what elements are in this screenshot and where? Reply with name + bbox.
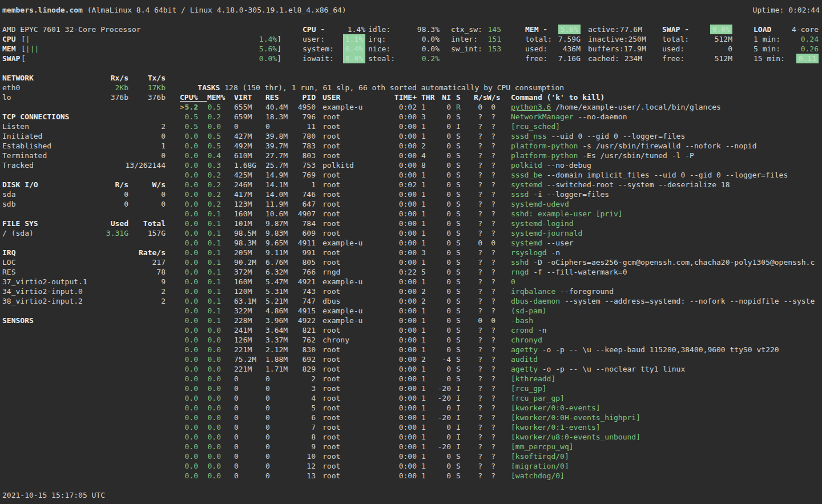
process-virt: 98.5M	[234, 228, 256, 238]
tcp-row: Listen 2	[2, 122, 166, 131]
process-virt: 1.68G	[234, 160, 256, 170]
diskio-rows: sda 0 0 sdb 0 0	[2, 189, 166, 209]
process-mem: 0.1	[207, 287, 221, 296]
stat-row: iowait: 0.0%	[303, 54, 365, 63]
command-name: NetworkManager	[511, 112, 574, 121]
process-status: S	[456, 112, 461, 122]
process-write-rate: ?	[487, 248, 495, 257]
process-command: NetworkManager --no-daemon	[511, 112, 627, 122]
command-name: systemd-logind	[511, 219, 574, 228]
process-write-rate: ?	[487, 384, 495, 393]
process-nice: 0	[431, 451, 451, 461]
process-virt: 0	[234, 393, 239, 403]
process-user: example-u	[323, 102, 362, 112]
stat-row: CPU - 1.4%	[303, 25, 365, 34]
command-args: -n	[547, 248, 560, 257]
command-name: (sd-pam)	[511, 307, 547, 315]
process-res: 0	[265, 413, 270, 422]
tx-value: 17Kb	[128, 83, 166, 92]
process-pid: 743	[288, 287, 316, 296]
process-write-rate: ?	[487, 122, 495, 131]
tcp-stat-value: 2	[128, 122, 166, 131]
process-command: sssd_be --domain implicit_files --uid 0 …	[511, 170, 788, 180]
process-status: S	[456, 451, 461, 461]
process-status: I	[456, 442, 461, 451]
process-mem: 0.1	[207, 277, 221, 287]
process-status: S	[456, 209, 461, 219]
process-cpu: 0.0	[184, 287, 198, 296]
process-pid: 783	[288, 141, 316, 151]
irq-rows: LOC 217 RES 78 37_virtio2-output.1 9	[2, 257, 166, 306]
command-args: -D -oCiphers=aes256-gcm@openssh.com,chac…	[529, 258, 815, 267]
process-virt: 0	[234, 413, 239, 422]
process-time: 0:00	[394, 219, 417, 228]
process-pid: 6	[288, 413, 316, 422]
process-res: 39.7M	[265, 141, 288, 151]
process-threads: 1	[421, 219, 426, 228]
process-row: 0.0 0.2 123M 11.9M 647 root 0:00 1 0 S ?…	[180, 199, 822, 209]
process-virt: 0	[234, 384, 239, 393]
process-row: 0.0 0.0 0 0 9 root 0:00 1 -20 I ? ? [mm_…	[180, 442, 822, 451]
process-row: 0.0 0.1 63.1M 5.21M 747 dbus 0:00 2 0 S …	[180, 296, 822, 306]
process-nice: 0	[431, 209, 451, 219]
process-user: root	[323, 131, 340, 141]
command-name: [kworker/0:0H-events_highpri]	[511, 413, 640, 422]
process-cpu: 0.0	[184, 374, 198, 384]
process-time: 0:00	[394, 296, 417, 306]
stat-row: idle: 98.3%	[368, 25, 440, 34]
process-pid: 830	[288, 345, 316, 354]
total-value: 157G	[128, 228, 166, 238]
process-read-rate: ?	[474, 151, 482, 160]
process-user: root	[323, 257, 340, 267]
process-status: S	[456, 345, 461, 354]
process-write-rate: ?	[487, 209, 495, 219]
process-mem: 0.1	[207, 267, 221, 277]
process-read-rate: ?	[474, 112, 482, 122]
process-row: 0.0 0.0 0 0 12 root 0:00 1 0 S ? ? [migr…	[180, 461, 822, 471]
bracket-close: ]	[277, 44, 281, 54]
glances-terminal[interactable]: members.linode.com (AlmaLinux 8.4 64bit …	[0, 0, 822, 504]
bracket-open: [	[21, 34, 26, 44]
process-write-rate: ?	[487, 325, 495, 335]
process-pid: 4950	[288, 102, 316, 112]
swap-stats: SWAP - 0.0% total: 512M used: 0 free: 51…	[662, 25, 732, 63]
process-read-rate: ?	[474, 257, 482, 267]
stat-row: ctx_sw: 145	[451, 25, 501, 34]
process-row: 0.0 0.0 241M 3.64M 821 root 0:00 1 0 S ?…	[180, 325, 822, 335]
spacer-value	[88, 267, 128, 277]
command-name: platform-python	[511, 151, 578, 160]
tcp-row: Tracked 13/262144	[2, 160, 166, 170]
process-user: root	[323, 384, 340, 393]
stat-label: 1 min:	[754, 34, 780, 44]
process-pid: 13	[288, 471, 316, 481]
process-nice: 0	[431, 345, 451, 354]
command-name: sssd_nss	[511, 132, 547, 140]
spacer-value	[88, 141, 128, 151]
process-pid: 2	[288, 374, 316, 384]
col-header-rx: Rx/s	[88, 73, 128, 83]
quicklook-panel: AMD EPYC 7601 32-Core Processor CPU [ | …	[2, 25, 281, 63]
process-nice: -20	[431, 442, 451, 451]
network-row: lo 376b 376b	[2, 92, 166, 102]
process-time: 0:00	[394, 325, 417, 335]
process-virt: 372M	[234, 267, 252, 277]
process-time: 0:00	[394, 432, 417, 442]
col-header-write: W/s	[128, 180, 166, 189]
process-pid: 4921	[288, 277, 316, 287]
stat-row: used: 436M	[525, 44, 581, 54]
process-command: rngd -f --fill-watermark=0	[511, 267, 627, 277]
process-cpu: 0.0	[184, 345, 198, 354]
process-virt: 0	[234, 422, 239, 432]
process-mem: 0.1	[207, 306, 221, 316]
process-pid: 4915	[288, 306, 316, 316]
process-row: 0.0 0.1 98.3M 9.65M 4911 example-u 0:00 …	[180, 238, 822, 248]
process-nice: 0	[431, 364, 451, 374]
process-threads: 1	[421, 257, 426, 267]
bar-space	[39, 44, 259, 54]
stat-value: 153	[488, 44, 501, 54]
process-nice: 0	[431, 102, 451, 112]
process-read-rate: ?	[474, 403, 482, 413]
process-nice: -4	[431, 354, 451, 364]
process-nice: -20	[431, 413, 451, 422]
process-nice: 0	[431, 122, 451, 131]
